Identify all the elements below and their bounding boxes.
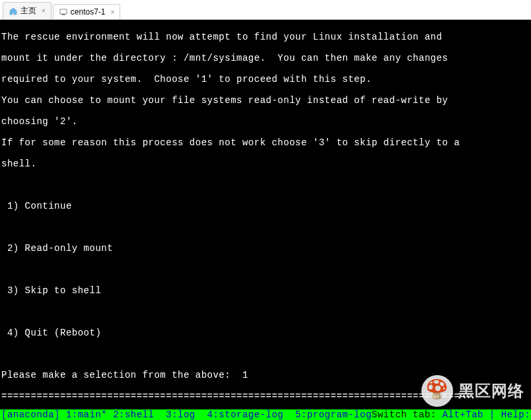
status-right: Switch tab: Alt+Tab | Help: F1 <box>372 409 531 420</box>
terminal-line: mount it under the directory : /mnt/sysi… <box>1 53 530 63</box>
tab-vm-label: centos7-1 <box>71 7 106 17</box>
terminal-line: 1) Continue <box>1 201 530 211</box>
tab-home[interactable]: 主页 × <box>3 2 52 19</box>
terminal-line: required to your system. Choose '1' to p… <box>1 74 530 85</box>
terminal-line: If for some reason this process does not… <box>1 137 530 148</box>
mushroom-icon: 🍄 <box>421 375 453 407</box>
tab-bar: 主页 × centos7-1 × <box>0 0 531 20</box>
terminal-line: choosing '2'. <box>1 116 530 127</box>
status-left: [anaconda] 1:main* 2:shell 3:log 4:stora… <box>1 409 372 420</box>
terminal-line: 4) Quit (Reboot) <box>1 328 530 338</box>
svg-rect-0 <box>60 9 67 14</box>
close-icon[interactable]: × <box>111 9 115 16</box>
terminal-line: shell. <box>1 158 530 169</box>
terminal-line: You can choose to mount your file system… <box>1 95 530 106</box>
terminal-line <box>1 180 530 190</box>
terminal-output[interactable]: The rescue environment will now attempt … <box>0 20 531 420</box>
status-bar: [anaconda] 1:main* 2:shell 3:log 4:stora… <box>0 409 531 420</box>
terminal-line <box>1 264 530 275</box>
tab-vm[interactable]: centos7-1 × <box>53 4 121 19</box>
watermark: 🍄 黑区网络 <box>421 375 524 407</box>
svg-rect-2 <box>61 15 65 15</box>
watermark-text: 黑区网络 <box>458 386 524 396</box>
terminal-line <box>1 222 530 232</box>
home-icon <box>9 7 18 16</box>
close-icon[interactable]: × <box>42 7 46 15</box>
tab-home-label: 主页 <box>20 5 36 17</box>
terminal-line: 3) Skip to shell <box>1 285 530 296</box>
terminal-line <box>1 349 530 359</box>
terminal-line: 2) Read-only mount <box>1 243 530 254</box>
svg-rect-1 <box>62 14 65 15</box>
terminal-line: The rescue environment will now attempt … <box>1 32 530 42</box>
terminal-line <box>1 306 530 317</box>
monitor-icon <box>59 7 68 17</box>
